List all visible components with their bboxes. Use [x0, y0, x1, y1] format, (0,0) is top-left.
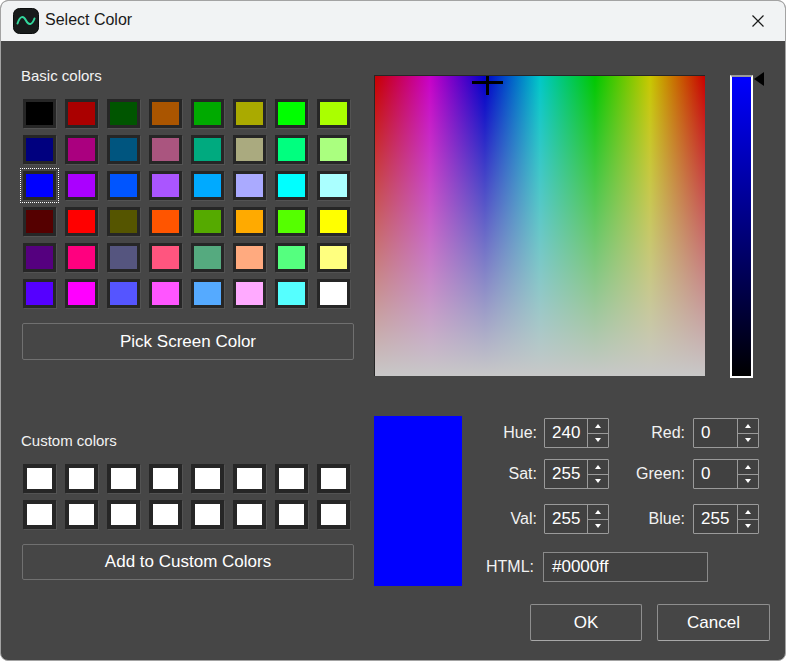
basic-color-swatch[interactable] [233, 135, 266, 164]
basic-color-swatch[interactable] [191, 99, 224, 128]
basic-color-swatch[interactable] [65, 207, 98, 236]
basic-color-swatch[interactable] [149, 135, 182, 164]
basic-color-swatch[interactable] [23, 171, 56, 200]
green-label: Green: [589, 459, 685, 489]
red-spin-down-button[interactable] [738, 434, 758, 448]
basic-color-swatch[interactable] [65, 99, 98, 128]
basic-color-swatch[interactable] [23, 207, 56, 236]
basic-color-swatch[interactable] [233, 243, 266, 272]
basic-color-swatch[interactable] [191, 243, 224, 272]
basic-color-swatch[interactable] [107, 99, 140, 128]
blue-spinbox[interactable]: 255 [693, 504, 759, 534]
value-slider[interactable] [730, 75, 753, 378]
basic-color-swatch[interactable] [275, 243, 308, 272]
basic-color-swatch[interactable] [65, 243, 98, 272]
blue-spin-down-button[interactable] [738, 520, 758, 534]
basic-color-swatch[interactable] [275, 171, 308, 200]
ok-button[interactable]: OK [530, 604, 642, 641]
red-spin-up-button[interactable] [738, 419, 758, 434]
green-spin-down-button[interactable] [738, 475, 758, 489]
basic-color-swatch[interactable] [317, 207, 350, 236]
custom-color-swatch[interactable] [191, 464, 224, 493]
basic-color-swatch[interactable] [23, 99, 56, 128]
basic-color-swatch[interactable] [149, 99, 182, 128]
waveform-icon [13, 8, 39, 34]
basic-color-swatch[interactable] [233, 171, 266, 200]
custom-color-swatch[interactable] [149, 464, 182, 493]
basic-color-swatch[interactable] [23, 243, 56, 272]
custom-color-swatch[interactable] [65, 464, 98, 493]
basic-color-swatch[interactable] [149, 207, 182, 236]
hue-saturation-picker[interactable] [374, 75, 705, 376]
close-button[interactable] [739, 6, 777, 36]
green-value[interactable]: 0 [694, 460, 737, 488]
basic-color-swatch[interactable] [275, 135, 308, 164]
basic-color-swatch[interactable] [107, 279, 140, 308]
add-to-custom-colors-button[interactable]: Add to Custom Colors [22, 544, 354, 580]
basic-color-swatch[interactable] [149, 171, 182, 200]
val-value[interactable]: 255 [545, 505, 587, 533]
select-color-dialog: Select Color Basic colors Pick Screen Co… [0, 0, 786, 661]
html-color-input[interactable]: #0000ff [543, 552, 708, 582]
basic-color-swatch[interactable] [107, 135, 140, 164]
basic-color-swatch[interactable] [191, 207, 224, 236]
basic-color-swatch[interactable] [65, 135, 98, 164]
red-value[interactable]: 0 [694, 419, 737, 447]
pick-screen-color-button[interactable]: Pick Screen Color [22, 323, 354, 360]
custom-color-swatch[interactable] [275, 500, 308, 529]
hue-value[interactable]: 240 [545, 419, 587, 447]
basic-color-swatch[interactable] [191, 279, 224, 308]
custom-color-swatch[interactable] [233, 500, 266, 529]
red-label: Red: [589, 418, 685, 448]
cancel-button[interactable]: Cancel [657, 604, 770, 641]
green-spinbox[interactable]: 0 [693, 459, 759, 489]
green-spin-up-button[interactable] [738, 460, 758, 475]
blue-value[interactable]: 255 [694, 505, 737, 533]
basic-color-swatch[interactable] [275, 207, 308, 236]
sat-value[interactable]: 255 [545, 460, 587, 488]
red-spinbox[interactable]: 0 [693, 418, 759, 448]
title-bar[interactable]: Select Color [1, 1, 785, 41]
basic-color-swatch[interactable] [317, 171, 350, 200]
basic-color-swatch[interactable] [233, 207, 266, 236]
basic-color-swatch[interactable] [191, 135, 224, 164]
basic-color-swatch[interactable] [23, 279, 56, 308]
basic-color-swatch[interactable] [317, 135, 350, 164]
basic-color-swatch[interactable] [149, 243, 182, 272]
arrow-down-icon [745, 438, 751, 442]
arrow-up-icon [745, 465, 751, 469]
custom-color-swatch[interactable] [275, 464, 308, 493]
custom-colors-label: Custom colors [21, 432, 117, 449]
basic-color-swatch[interactable] [107, 171, 140, 200]
basic-color-swatch[interactable] [149, 279, 182, 308]
custom-color-swatch[interactable] [107, 464, 140, 493]
custom-color-swatch[interactable] [23, 464, 56, 493]
basic-color-swatch[interactable] [233, 99, 266, 128]
value-slider-arrow-icon[interactable] [754, 72, 764, 86]
custom-color-swatch[interactable] [233, 464, 266, 493]
arrow-down-icon [745, 479, 751, 483]
custom-color-swatch[interactable] [149, 500, 182, 529]
basic-color-swatch[interactable] [275, 279, 308, 308]
arrow-up-icon [745, 424, 751, 428]
custom-color-swatch[interactable] [317, 500, 350, 529]
custom-color-swatch[interactable] [107, 500, 140, 529]
custom-color-swatch[interactable] [317, 464, 350, 493]
basic-color-swatch[interactable] [317, 243, 350, 272]
custom-color-swatch[interactable] [65, 500, 98, 529]
blue-spin-up-button[interactable] [738, 505, 758, 520]
basic-color-swatch[interactable] [65, 171, 98, 200]
custom-color-swatch[interactable] [23, 500, 56, 529]
basic-color-swatch[interactable] [317, 99, 350, 128]
basic-color-swatch[interactable] [107, 243, 140, 272]
basic-color-swatch[interactable] [107, 207, 140, 236]
basic-color-swatch[interactable] [191, 171, 224, 200]
custom-color-swatch[interactable] [191, 500, 224, 529]
arrow-down-icon [745, 524, 751, 528]
html-label: HTML: [431, 552, 534, 582]
basic-color-swatch[interactable] [275, 99, 308, 128]
basic-color-swatch[interactable] [233, 279, 266, 308]
basic-color-swatch[interactable] [65, 279, 98, 308]
basic-color-swatch[interactable] [23, 135, 56, 164]
basic-color-swatch[interactable] [317, 279, 350, 308]
